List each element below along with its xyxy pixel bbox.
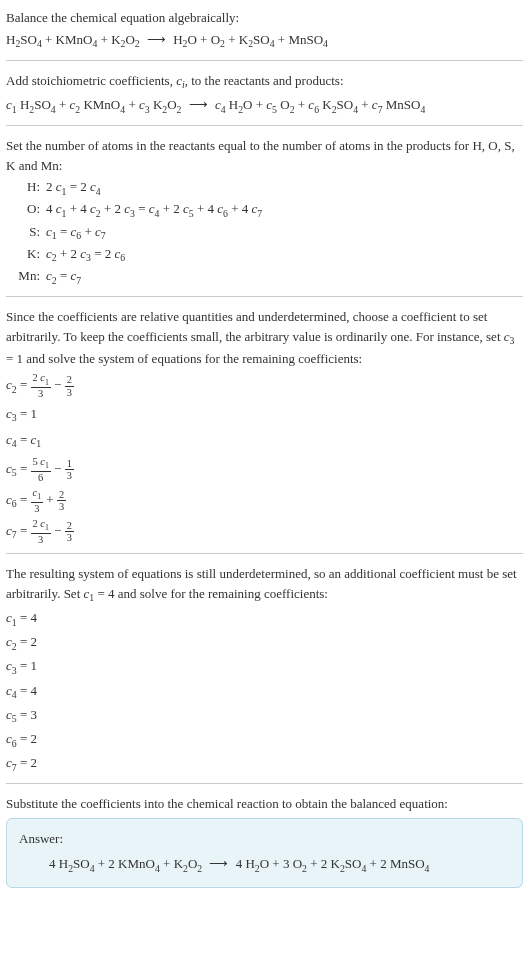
c: c [6, 707, 12, 722]
atom-row-mn: Mn: c2 = c7 [10, 266, 523, 288]
c: c [6, 683, 12, 698]
t: + 4 [66, 201, 90, 216]
atom-label: H: [10, 177, 40, 197]
atom-label: S: [10, 222, 40, 242]
eq-part: + K [97, 32, 120, 47]
fraction: 13 [65, 458, 74, 482]
plus: + [295, 97, 309, 112]
c: c [6, 377, 12, 392]
coef-sub: 1 [12, 104, 17, 115]
fn: 1 [45, 378, 49, 387]
eq-part: + 2 K [307, 856, 340, 871]
atom-row-s: S: c1 = c6 + c7 [10, 222, 523, 244]
r: = 4 [17, 610, 37, 625]
stoich-text: Add stoichiometric coefficients, ci, to … [6, 71, 523, 93]
eq-part: KMnO [80, 97, 120, 112]
cs: 1 [12, 617, 17, 628]
c: c [90, 201, 96, 216]
stoich-equation: c1 H2SO4 + c2 KMnO4 + c3 K2O2 ⟶ c4 H2O +… [6, 95, 523, 117]
c: c [6, 432, 12, 447]
eq-sub: 2 [121, 38, 126, 49]
c: c [95, 224, 101, 239]
cs: 2 [12, 384, 17, 395]
plus: + [252, 97, 266, 112]
eq-part: K [150, 97, 163, 112]
cs: 7 [76, 275, 81, 286]
r: = 2 [17, 634, 37, 649]
atom-label: Mn: [10, 266, 40, 286]
cs: 5 [12, 713, 17, 724]
eq-part: SO [34, 97, 51, 112]
c: c [46, 246, 52, 261]
c: c [6, 634, 12, 649]
divider [6, 553, 523, 554]
fraction: 2 c13 [31, 372, 51, 399]
coef-sub: 7 [378, 104, 383, 115]
arrow-icon: ⟶ [202, 856, 236, 871]
fd: 3 [57, 501, 66, 512]
r: = 2 [17, 755, 37, 770]
eq-part: O [188, 856, 197, 871]
eq-sub: 4 [425, 863, 430, 874]
stoich-section: Add stoichiometric coefficients, ci, to … [6, 71, 523, 117]
eq: = [17, 523, 31, 538]
eq-sub: 2 [162, 104, 167, 115]
eq-sub: 2 [290, 104, 295, 115]
coef-var: c [6, 97, 12, 112]
eq-part: + 2 MnSO [366, 856, 424, 871]
op: − [51, 461, 65, 476]
c: c [183, 201, 189, 216]
fn: 2 [65, 374, 74, 386]
c: c [90, 179, 96, 194]
underdet2-text: The resulting system of equations is sti… [6, 564, 523, 606]
coef-c2: c2 = 2 c13 − 23 [6, 372, 523, 399]
eq-sub: 4 [90, 863, 95, 874]
eq-sub: 4 [353, 104, 358, 115]
eq-sub: 2 [197, 863, 202, 874]
cs: 1 [62, 208, 67, 219]
coef-sub: i [182, 79, 185, 90]
intro-section: Balance the chemical equation algebraica… [6, 8, 523, 52]
coef-sub: 2 [75, 104, 80, 115]
eq-part: + 2 KMnO [95, 856, 155, 871]
coef-sub: 4 [221, 104, 226, 115]
cs: 1 [36, 438, 41, 449]
atom-equations: H: 2 c1 = 2 c4 O: 4 c1 + 4 c2 + 2 c3 = c… [10, 177, 523, 288]
t: + 4 [228, 201, 252, 216]
atom-label: O: [10, 199, 40, 219]
eq-sub: 4 [51, 104, 56, 115]
eq-part: O [125, 32, 134, 47]
coef-c7: c7 = 2 c13 − 23 [6, 518, 523, 545]
fd: 3 [31, 388, 51, 399]
c: c [46, 224, 52, 239]
cs: 1 [62, 186, 67, 197]
eq-sub: 4 [120, 104, 125, 115]
cs: 6 [120, 252, 125, 263]
c: c [6, 492, 12, 507]
underdet1-text: Since the coefficients are relative quan… [6, 307, 523, 368]
cs: 5 [12, 467, 17, 478]
cs: 3 [12, 412, 17, 423]
fd: 6 [31, 472, 51, 483]
final-section: Substitute the coefficients into the che… [6, 794, 523, 887]
divider [6, 296, 523, 297]
fd: 3 [31, 503, 44, 514]
text-part: = 4 and solve for the remaining coeffici… [94, 586, 328, 601]
coef-row: c5 = 3 [6, 705, 523, 727]
eq-part: + KMnO [42, 32, 93, 47]
eq-part: + K [160, 856, 183, 871]
c: c [6, 731, 12, 746]
r: = 1 [17, 406, 37, 421]
coef-row: c4 = 4 [6, 681, 523, 703]
cs: 7 [12, 529, 17, 540]
t: = [135, 201, 149, 216]
cs: 6 [76, 230, 81, 241]
atom-label: K: [10, 244, 40, 264]
divider [6, 60, 523, 61]
eq-part: SO [73, 856, 90, 871]
fd: 3 [65, 387, 74, 398]
fd: 3 [31, 534, 51, 545]
atoms-section: Set the number of atoms in the reactants… [6, 136, 523, 288]
cs: 7 [12, 762, 17, 773]
c: c [6, 406, 12, 421]
